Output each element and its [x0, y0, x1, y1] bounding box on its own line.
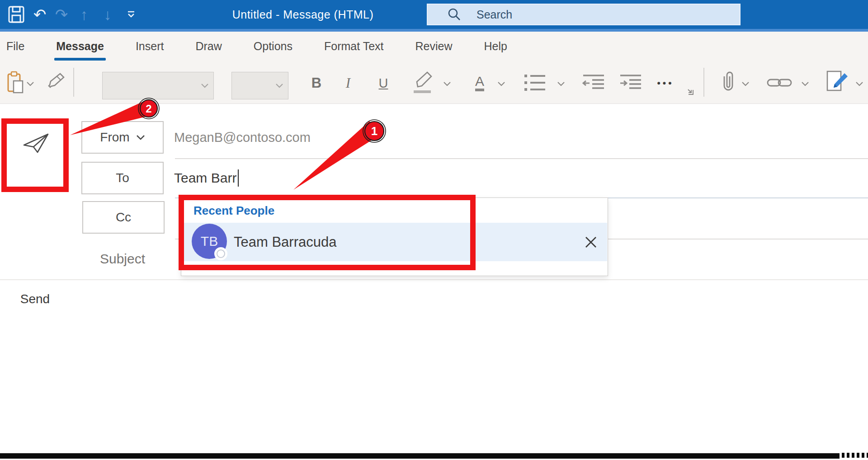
annotation-badge-2-number: 2	[146, 103, 151, 115]
search-icon	[447, 7, 461, 22]
bullet-list-dropdown-button[interactable]	[557, 81, 565, 86]
annotation-box-recent-people	[179, 195, 476, 270]
format-painter-icon	[45, 72, 66, 93]
tab-message[interactable]: Message	[56, 32, 104, 61]
annotation-badge-1-number: 1	[371, 124, 377, 138]
format-painter-button[interactable]	[43, 70, 67, 94]
from-button[interactable]: From	[81, 121, 164, 154]
from-label: From	[100, 130, 129, 145]
chevron-down-icon	[136, 135, 145, 141]
highlight-dropdown-button[interactable]	[443, 81, 451, 86]
annotation-badge-1	[365, 122, 384, 141]
tab-insert[interactable]: Insert	[136, 32, 164, 61]
link-icon	[767, 76, 792, 89]
increase-indent-button[interactable]	[618, 72, 643, 93]
chevron-down-icon	[201, 83, 209, 88]
to-field[interactable]: Team Barr	[174, 162, 239, 194]
from-value: MeganB@contoso.com	[174, 121, 311, 154]
subject-underline	[0, 279, 868, 280]
redo-button[interactable]: ↷	[52, 0, 71, 29]
bottom-dashed-bar	[842, 453, 868, 458]
chevron-down-icon	[497, 81, 505, 86]
chevron-down-icon	[855, 81, 863, 86]
bullet-list-icon	[524, 73, 546, 93]
chevron-down-icon	[741, 81, 750, 86]
subject-label: Subject	[81, 246, 164, 272]
chevron-down-icon	[557, 81, 565, 86]
link-dropdown-button[interactable]	[801, 81, 809, 86]
font-name-select[interactable]	[102, 72, 214, 99]
from-field-underline	[175, 158, 868, 159]
tab-help[interactable]: Help	[484, 32, 507, 61]
tab-format-text[interactable]: Format Text	[324, 32, 384, 61]
window-title: Untitled - Message (HTML)	[212, 0, 393, 29]
toolbar-divider	[73, 68, 74, 97]
insert-link-button[interactable]	[766, 74, 793, 91]
font-size-select[interactable]	[231, 72, 288, 99]
to-button[interactable]: To	[81, 162, 164, 194]
font-color-icon: A	[475, 74, 484, 91]
bullet-list-button[interactable]	[523, 71, 547, 94]
attach-dropdown-button[interactable]	[741, 81, 750, 86]
move-down-button[interactable]: ↓	[98, 0, 118, 29]
tab-options[interactable]: Options	[254, 32, 292, 61]
outlook-compose-window: ↶ ↷ ↑ ↓ Untitled - Message (HTML) Search	[0, 0, 868, 460]
dialog-launcher-button[interactable]	[686, 88, 694, 96]
cc-label: Cc	[116, 210, 131, 225]
signature-dropdown-button[interactable]	[855, 81, 863, 86]
underline-button[interactable]: U	[373, 71, 394, 95]
underline-icon: U	[379, 76, 388, 91]
chevron-down-icon	[801, 81, 809, 86]
tab-file[interactable]: File	[6, 32, 24, 61]
paste-button[interactable]	[5, 68, 26, 97]
italic-icon: I	[346, 75, 350, 91]
chevron-down-icon	[443, 81, 451, 86]
remove-suggestion-button[interactable]	[582, 234, 599, 251]
decrease-indent-button[interactable]	[581, 72, 606, 93]
chevron-down-icon	[275, 83, 283, 88]
paperclip-icon	[721, 71, 735, 94]
message-toolbar: B I U A	[0, 61, 868, 104]
highlighter-icon	[411, 70, 434, 94]
italic-button[interactable]: I	[338, 71, 358, 95]
ellipsis-icon: •••	[657, 78, 674, 89]
tab-review[interactable]: Review	[415, 32, 453, 61]
arrow-up-icon: ↑	[80, 0, 88, 29]
text-cursor	[238, 169, 239, 187]
tab-draw[interactable]: Draw	[195, 32, 222, 61]
bottom-bar	[0, 453, 840, 459]
save-button[interactable]	[6, 0, 26, 29]
undo-button[interactable]: ↶	[30, 0, 50, 29]
customize-quick-access-button[interactable]	[121, 0, 141, 29]
redo-icon: ↷	[55, 0, 68, 29]
signature-button[interactable]	[825, 69, 850, 95]
increase-indent-icon	[619, 74, 642, 92]
cc-button[interactable]: Cc	[82, 201, 165, 234]
annotation-box-send	[1, 118, 69, 192]
bold-icon: B	[311, 75, 321, 91]
save-icon	[8, 6, 24, 23]
font-color-button[interactable]: A	[468, 70, 491, 95]
paste-dropdown-button[interactable]	[26, 81, 34, 86]
send-label: Send	[9, 292, 61, 306]
to-label: To	[116, 171, 129, 185]
decrease-indent-icon	[582, 74, 605, 92]
chevron-bar-icon	[127, 11, 136, 18]
move-up-button[interactable]: ↑	[74, 0, 94, 29]
text-highlight-button[interactable]	[410, 70, 435, 95]
search-placeholder: Search	[476, 8, 512, 21]
font-color-dropdown-button[interactable]	[497, 81, 505, 86]
undo-icon: ↶	[33, 0, 47, 29]
more-options-button[interactable]: •••	[651, 73, 680, 93]
to-value: Team Barr	[174, 170, 236, 186]
bold-button[interactable]: B	[306, 71, 327, 95]
annotation-badge-1-ring	[363, 120, 386, 142]
dialog-launcher-icon	[686, 88, 694, 96]
attach-file-button[interactable]	[718, 70, 738, 95]
title-bar: ↶ ↷ ↑ ↓ Untitled - Message (HTML) Search	[0, 0, 868, 29]
chevron-down-icon	[26, 81, 34, 86]
toolbar-divider	[703, 68, 704, 97]
search-input[interactable]: Search	[427, 4, 741, 25]
signature-icon	[826, 70, 849, 94]
paste-icon	[6, 71, 24, 94]
